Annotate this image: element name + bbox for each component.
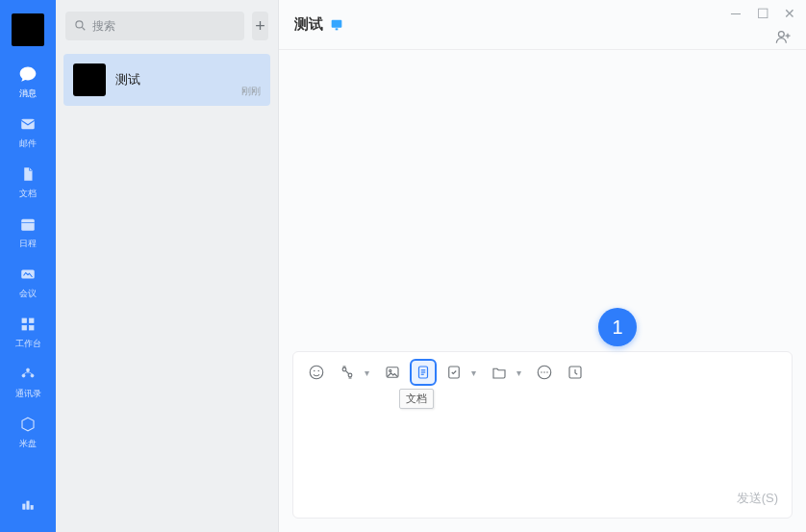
task-button[interactable] [441, 359, 467, 386]
svg-rect-16 [31, 506, 33, 510]
nav-item-mail[interactable]: 邮件 [9, 114, 47, 150]
nav-item-stats[interactable] [9, 494, 47, 515]
search-input[interactable] [92, 19, 237, 33]
history-button[interactable] [562, 359, 589, 386]
bars-icon [17, 494, 38, 515]
svg-rect-19 [332, 19, 342, 27]
nav-label: 会议 [19, 288, 37, 300]
svg-rect-7 [22, 318, 27, 323]
svg-point-22 [310, 366, 323, 379]
svg-point-38 [541, 371, 542, 373]
nav-item-docs[interactable]: 文档 [9, 164, 47, 200]
image-button[interactable] [379, 359, 406, 386]
search-bar: + [56, 0, 278, 50]
svg-rect-9 [22, 326, 27, 331]
svg-rect-8 [30, 318, 35, 323]
nav-label: 文档 [19, 188, 37, 200]
svg-line-18 [82, 27, 85, 30]
svg-rect-10 [30, 326, 35, 331]
conversation-name: 测试 [115, 71, 140, 89]
contacts-icon [17, 364, 38, 385]
document-button[interactable] [410, 359, 437, 386]
chat-main: ─ ☐ ✕ 测试 1 ▾ [279, 0, 806, 532]
svg-point-17 [76, 20, 83, 27]
chat-header: 测试 [279, 0, 806, 50]
nav-label: 消息 [19, 88, 37, 100]
search-icon [73, 18, 87, 35]
svg-point-39 [543, 371, 545, 373]
nav-label: 邮件 [19, 138, 37, 150]
screenshot-button[interactable] [334, 359, 361, 386]
conversation-time: 刚刚 [241, 85, 261, 98]
screenshot-dropdown[interactable]: ▾ [362, 367, 371, 378]
svg-rect-20 [336, 28, 339, 30]
nav-item-calendar[interactable]: 日程 [9, 214, 47, 250]
meeting-icon [17, 264, 38, 285]
more-button[interactable] [531, 359, 558, 386]
nav-rail: 消息 邮件 文档 日程 会议 [0, 0, 56, 532]
calendar-icon [17, 214, 38, 235]
conversation-avatar [73, 63, 106, 96]
nav-item-workbench[interactable]: 工作台 [9, 314, 47, 350]
user-avatar[interactable] [12, 13, 44, 46]
add-member-button[interactable] [773, 27, 793, 49]
docs-icon [17, 164, 38, 185]
document-tooltip: 文档 [399, 389, 434, 409]
composer: ▾ ▾ ▾ [292, 351, 793, 519]
platform-icon [329, 17, 344, 33]
mail-icon [17, 114, 38, 135]
svg-point-25 [342, 367, 346, 371]
svg-rect-14 [23, 504, 25, 509]
svg-point-13 [31, 374, 34, 377]
svg-point-26 [348, 373, 352, 377]
message-input[interactable] [293, 393, 792, 485]
grid-icon [17, 314, 38, 335]
nav-item-meeting[interactable]: 会议 [9, 264, 47, 300]
svg-rect-0 [21, 119, 35, 130]
app-root: 消息 邮件 文档 日程 会议 [0, 0, 806, 532]
nav-label: 工作台 [15, 338, 41, 350]
folder-button[interactable] [486, 359, 513, 386]
tooltip-text: 文档 [406, 393, 427, 404]
search-box[interactable] [65, 12, 244, 40]
nav-label: 米盘 [19, 438, 37, 450]
svg-point-40 [546, 371, 548, 373]
svg-point-23 [314, 370, 315, 372]
svg-point-12 [22, 374, 25, 377]
cube-icon [17, 414, 38, 435]
nav-label: 日程 [19, 238, 37, 250]
nav-label: 通讯录 [15, 388, 41, 400]
task-dropdown[interactable]: ▾ [468, 367, 478, 378]
nav-item-clouddisk[interactable]: 米盘 [9, 414, 47, 450]
svg-point-24 [318, 370, 320, 372]
step-badge-number: 1 [612, 317, 622, 339]
step-badge: 1 [598, 308, 637, 346]
chat-bubble-icon [17, 63, 38, 85]
folder-dropdown[interactable]: ▾ [514, 367, 523, 378]
send-row: 发送(S) [293, 485, 792, 518]
send-button[interactable]: 发送(S) [737, 490, 778, 507]
svg-rect-15 [27, 501, 29, 509]
svg-line-27 [346, 371, 349, 374]
nav-item-contacts[interactable]: 通讯录 [9, 364, 47, 400]
conversation-item[interactable]: 测试 刚刚 [63, 54, 270, 106]
message-history[interactable] [279, 50, 806, 351]
nav-item-messages[interactable]: 消息 [9, 63, 47, 100]
composer-toolbar: ▾ ▾ ▾ [293, 352, 792, 393]
conversation-list-column: + 测试 刚刚 [56, 0, 279, 532]
svg-point-21 [778, 32, 784, 38]
add-button[interactable]: + [252, 12, 268, 40]
svg-point-31 [390, 369, 391, 371]
emoji-button[interactable] [303, 359, 330, 386]
chat-title: 测试 [294, 15, 323, 34]
svg-rect-1 [21, 219, 35, 231]
